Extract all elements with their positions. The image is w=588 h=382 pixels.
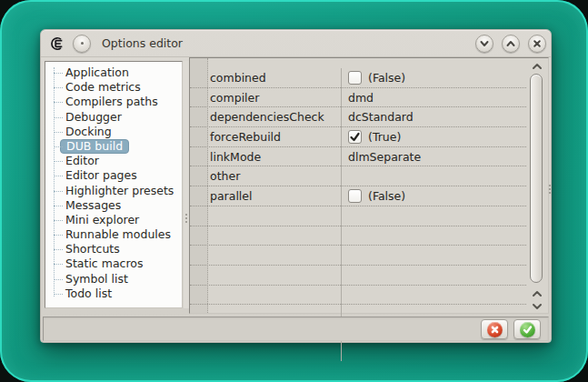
tree-item-code-metrics[interactable]: Code metrics bbox=[45, 80, 182, 95]
tree-item-compilers-paths[interactable]: Compilers paths bbox=[45, 95, 182, 109]
window-menu-button[interactable] bbox=[73, 35, 91, 53]
tree-item-mini-explorer[interactable]: Mini explorer bbox=[45, 213, 182, 227]
grid-empty-row bbox=[190, 226, 526, 246]
property-row-linkmode: linkMode dlmSeparate bbox=[190, 147, 526, 167]
property-row-forcerebuild: forceRebuild (True) bbox=[190, 127, 526, 147]
tree-item-static-macros[interactable]: Static macros bbox=[45, 256, 182, 271]
scrollbar-thumb[interactable] bbox=[530, 74, 543, 283]
menu-dot-icon bbox=[81, 42, 84, 45]
tree-item-symbol-list[interactable]: Symbol list bbox=[45, 272, 182, 286]
cancel-button[interactable] bbox=[481, 319, 508, 339]
property-value[interactable]: dmd bbox=[341, 91, 526, 105]
chevron-up-icon bbox=[530, 289, 544, 298]
tree-item-docking[interactable]: Docking bbox=[45, 125, 182, 139]
category-tree: Application Code metrics Compilers paths… bbox=[45, 61, 183, 308]
chevron-down-icon bbox=[530, 302, 544, 311]
property-name[interactable]: other bbox=[190, 169, 341, 183]
grid-empty-row bbox=[190, 206, 526, 226]
close-button[interactable] bbox=[528, 35, 546, 53]
property-value[interactable]: (False) bbox=[341, 71, 526, 85]
options-editor-window: Options editor Application Code me bbox=[40, 29, 552, 343]
property-row-other: other bbox=[190, 166, 526, 186]
property-name[interactable]: parallel bbox=[190, 189, 341, 203]
checkbox-state-label: (False) bbox=[368, 189, 405, 203]
chevron-up-icon bbox=[530, 62, 544, 71]
property-name[interactable]: forceRebuild bbox=[190, 130, 341, 144]
property-value[interactable]: dlmSeparate bbox=[341, 150, 526, 164]
property-grid: combined (False) compiler dmd dependenci… bbox=[189, 57, 549, 314]
minimize-button[interactable] bbox=[475, 35, 493, 53]
checkbox-unchecked-icon[interactable] bbox=[348, 71, 362, 85]
property-name[interactable]: linkMode bbox=[190, 150, 341, 164]
property-value[interactable]: dcStandard bbox=[341, 110, 526, 124]
tree-item-shortcuts[interactable]: Shortcuts bbox=[45, 242, 182, 256]
checkbox-state-label: (False) bbox=[368, 71, 405, 85]
property-name[interactable]: compiler bbox=[190, 91, 341, 105]
grid-empty-row bbox=[190, 246, 526, 266]
scrollbar-down-button[interactable] bbox=[527, 300, 546, 312]
ok-button[interactable] bbox=[513, 319, 541, 339]
vertical-scrollbar[interactable] bbox=[527, 60, 546, 312]
panel-grip-icon bbox=[549, 185, 551, 196]
tree-item-application[interactable]: Application bbox=[45, 65, 182, 80]
close-icon bbox=[531, 37, 543, 50]
property-value[interactable]: (False) bbox=[341, 189, 526, 203]
tree-item-editor-pages[interactable]: Editor pages bbox=[45, 168, 182, 183]
coedit-logo-icon bbox=[49, 36, 65, 51]
tree-item-highlighter-presets[interactable]: Highlighter presets bbox=[45, 184, 182, 198]
grid-empty-row bbox=[190, 266, 526, 286]
checkbox-unchecked-icon[interactable] bbox=[348, 189, 362, 203]
footer-bar bbox=[43, 317, 549, 341]
cancel-icon bbox=[487, 322, 503, 337]
tree-item-messages[interactable]: Messages bbox=[45, 198, 182, 213]
property-row-combined: combined (False) bbox=[190, 68, 526, 88]
property-row-dependenciescheck: dependenciesCheck dcStandard bbox=[190, 107, 526, 127]
tree-item-dub-build[interactable]: DUB build bbox=[45, 139, 182, 154]
chevron-down-icon bbox=[478, 37, 491, 50]
checkbox-checked-icon[interactable] bbox=[348, 130, 362, 144]
titlebar[interactable]: Options editor bbox=[41, 30, 551, 57]
window-title: Options editor bbox=[102, 36, 183, 50]
property-value[interactable]: (True) bbox=[341, 130, 526, 144]
property-name[interactable]: dependenciesCheck bbox=[190, 110, 341, 124]
property-name[interactable]: combined bbox=[190, 71, 341, 85]
maximize-button[interactable] bbox=[502, 35, 520, 53]
splitter-grip-icon bbox=[185, 214, 187, 225]
grid-empty-row bbox=[190, 286, 526, 306]
tree-item-todo-list[interactable]: Todo list bbox=[45, 286, 182, 301]
scrollbar-up-button[interactable] bbox=[527, 60, 546, 72]
property-row-compiler: compiler dmd bbox=[190, 88, 526, 108]
chevron-up-icon bbox=[504, 37, 517, 50]
checkbox-state-label: (True) bbox=[368, 130, 401, 144]
ok-icon bbox=[520, 322, 535, 337]
tree-item-debugger[interactable]: Debugger bbox=[45, 110, 182, 125]
tree-item-runnable-modules[interactable]: Runnable modules bbox=[45, 227, 182, 242]
scrollbar-up-button-bottom[interactable] bbox=[527, 287, 546, 299]
tree-item-editor[interactable]: Editor bbox=[45, 154, 182, 168]
property-row-parallel: parallel (False) bbox=[190, 186, 526, 206]
